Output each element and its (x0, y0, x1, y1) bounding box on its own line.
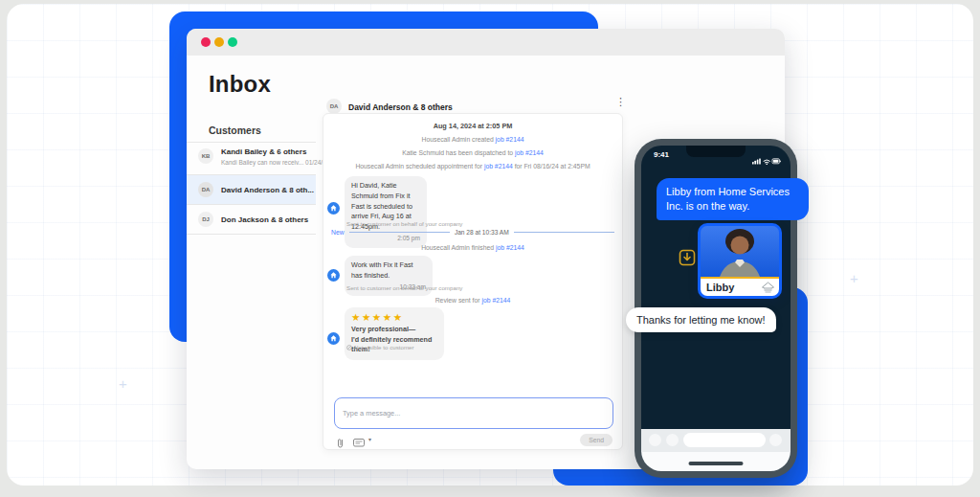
system-text: for Fri 08/16/24 at 2:45PM (513, 163, 590, 169)
avatar: DA (198, 182, 213, 197)
divider (187, 234, 316, 235)
message-bubble: Hi David, Katie Schmuld from Fix it Fast… (345, 176, 427, 248)
avatar: KB (198, 148, 213, 164)
divider-line (514, 232, 614, 233)
thread-date-header: Aug 14, 2024 at 2:05 PM (323, 122, 622, 130)
sent-caption: Sent to customer on behalf of your compa… (346, 284, 462, 291)
apps-icon[interactable] (666, 434, 679, 446)
system-text: Katie Schmuld has been dispatched to (402, 149, 515, 156)
battery-icon (772, 159, 781, 164)
attachment-icon[interactable] (336, 435, 345, 452)
new-label: New (331, 229, 345, 236)
technician-photo (701, 226, 779, 277)
system-message: Housecall Admin created job #2144 (323, 136, 622, 143)
status-bar-icons (752, 151, 781, 169)
chat-thread[interactable]: Aug 14, 2024 at 2:05 PM Housecall Admin … (323, 113, 623, 450)
technician-profile-card: Libby (698, 223, 782, 299)
conversation-title: Kandi Bailey & 6 others (221, 147, 306, 156)
company-logo-icon (761, 282, 775, 294)
camera-icon[interactable] (649, 434, 661, 446)
stage: + + + + Inbox Customers KB Kandi Bailey … (0, 0, 980, 497)
sidebar-item-kandi-bailey[interactable]: KB Kandi Bailey & 6 others Kandi Bailey … (187, 143, 316, 174)
composer-toolbar: ▾ Send (336, 434, 612, 447)
job-link[interactable]: job #2144 (484, 163, 513, 169)
review-bubble: ★★★★★ Very professional— I'd definitely … (345, 307, 444, 360)
phone-outgoing-bubble: Libby from Home Services Inc. is on the … (657, 178, 809, 220)
system-text: Housecall Admin scheduled appointment fo… (355, 163, 484, 169)
message-text: Work with Fix it Fast has finished. (351, 260, 413, 280)
system-message: Housecall Admin scheduled appointment fo… (323, 163, 622, 169)
technician-name-band: Libby (701, 277, 779, 296)
job-link[interactable]: job #2144 (496, 136, 524, 143)
customers-header: Customers (209, 124, 261, 136)
kebab-menu-icon[interactable]: ⋮ (615, 96, 626, 108)
system-text: Housecall Admin finished (421, 244, 496, 251)
phone-keyboard-bar (641, 429, 791, 471)
company-avatar-icon (327, 202, 340, 215)
system-text: Review sent for (435, 297, 482, 304)
phone-notch (686, 146, 746, 157)
divider-line (349, 232, 450, 233)
sidebar-item-don-jackson[interactable]: DJ Don Jackson & 8 others (187, 205, 316, 234)
decor-cross: + (850, 271, 858, 285)
minimize-window-button[interactable] (214, 37, 224, 47)
sidebar-item-david-anderson[interactable]: DA David Anderson & 8 oth... (187, 175, 316, 204)
decor-cross: + (119, 376, 127, 391)
close-window-button[interactable] (201, 37, 211, 47)
chevron-down-icon[interactable]: ▾ (368, 436, 371, 442)
message-type-icon[interactable] (353, 435, 365, 452)
star-rating: ★★★★★ (351, 311, 404, 323)
phone-message-input[interactable] (683, 433, 766, 447)
message-input[interactable] (334, 397, 613, 429)
cellular-icon (752, 158, 761, 164)
technician-name: Libby (706, 282, 734, 293)
system-message: Review sent for job #2144 (323, 297, 622, 304)
new-messages-divider: New Jan 28 at 10:33 AM (331, 229, 614, 236)
job-link[interactable]: job #2144 (481, 297, 510, 304)
send-button[interactable]: Send (580, 434, 612, 446)
divider-date: Jan 28 at 10:33 AM (455, 229, 509, 236)
review-line1: Very professional— (351, 325, 415, 333)
chat-header-avatar: DA (326, 99, 342, 114)
conversation-title: David Anderson & 8 oth... (221, 186, 314, 194)
avatar: DJ (198, 212, 213, 227)
system-message: Katie Schmuld has been dispatched to job… (323, 149, 622, 156)
preview-text: Kandi Bailey can now receiv... (221, 159, 303, 166)
wifi-icon (764, 160, 769, 165)
sent-caption: Sent to customer on behalf of your compa… (346, 220, 462, 227)
conversation-title: Don Jackson & 8 others (221, 215, 308, 224)
phone-incoming-bubble: Thanks for letting me know! (626, 307, 776, 332)
phone-input-strip (641, 429, 791, 452)
system-message: Housecall Admin finished job #2144 (323, 244, 622, 251)
zoom-window-button[interactable] (228, 37, 237, 47)
not-visible-caption: Not visible to customer (346, 344, 414, 350)
blocked-icon (346, 345, 352, 350)
company-avatar-icon (327, 269, 340, 282)
mic-icon[interactable] (769, 434, 782, 446)
job-link[interactable]: job #2144 (515, 149, 544, 156)
window-titlebar (187, 29, 785, 56)
conversation-preview: Kandi Bailey can now receiv... 01/24/25 (221, 159, 329, 166)
status-bar-time: 9:41 (654, 150, 669, 159)
caption-text: Not visible to customer (354, 344, 414, 350)
page-title: Inbox (209, 71, 271, 98)
download-icon[interactable] (679, 249, 696, 266)
company-avatar-icon (327, 332, 340, 345)
job-link[interactable]: job #2144 (496, 244, 524, 251)
system-text: Housecall Admin created (422, 136, 496, 143)
home-indicator (689, 462, 744, 465)
chat-header-title: David Anderson & 8 others (348, 102, 453, 112)
